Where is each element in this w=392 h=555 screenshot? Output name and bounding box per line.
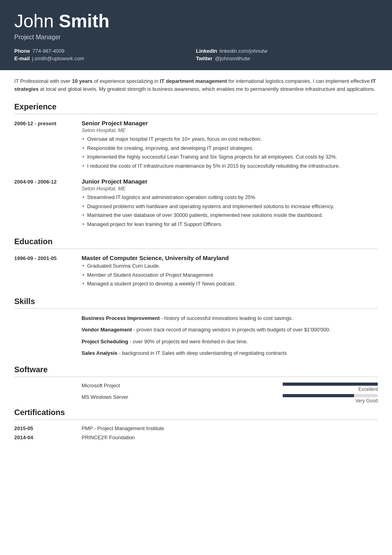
- skills-title: Skills: [14, 297, 378, 309]
- linkedin-value: linkedin.com/johnutw: [219, 48, 267, 54]
- list-item: Implemented the highly successful Lean T…: [82, 153, 378, 161]
- linkedin-label: LinkedIn: [196, 48, 217, 54]
- summary-section: IT Professional with over 10 years of ex…: [14, 77, 378, 94]
- software-level-1: Excellent: [283, 387, 378, 392]
- skill-desc-1: - history of successful innovations lead…: [160, 315, 293, 321]
- software-section: Software Microsoft Project Excellent MS …: [14, 365, 378, 400]
- exp1-date: 2006-12 - present: [14, 120, 82, 171]
- software-bar-bg-1: [283, 383, 378, 386]
- exp2-content: Junior Project Manager Seton Hospital, M…: [82, 178, 378, 229]
- software-bar-wrap-2: Very Good: [283, 394, 378, 404]
- contact-email: E-mail j.smith@uptowork.com: [14, 56, 196, 61]
- list-item: Maintained the user database of over 300…: [82, 211, 378, 219]
- software-name-1: Microsoft Project: [82, 383, 169, 388]
- list-item: Graduated Summa Cum Laude.: [82, 262, 378, 270]
- edu1-date: 1996-09 - 2001-05: [14, 255, 82, 289]
- last-name: Smith: [59, 11, 110, 31]
- resume-body: IT Professional with over 10 years of ex…: [0, 70, 392, 463]
- twitter-value: @johnsmithutw: [215, 56, 250, 61]
- software-item-2: MS Windows Server Very Good: [14, 394, 378, 400]
- software-level-2: Very Good: [283, 398, 378, 404]
- education-title: Education: [14, 237, 378, 249]
- edu1-bullets: Graduated Summa Cum Laude. Member of Stu…: [82, 262, 378, 288]
- skill-name-3: Project Scheduling: [82, 339, 128, 344]
- certifications-title: Certifications: [14, 408, 378, 420]
- list-item: Managed project for lean training for al…: [82, 220, 378, 228]
- contact-grid: Phone 774-987-4009 LinkedIn linkedin.com…: [14, 48, 378, 61]
- phone-label: Phone: [14, 48, 30, 54]
- contact-linkedin: LinkedIn linkedin.com/johnutw: [196, 48, 378, 54]
- skill-item-3: Project Scheduling - over 90% of project…: [14, 338, 378, 346]
- full-name: John Smith: [14, 11, 378, 31]
- email-label: E-mail: [14, 56, 30, 61]
- exp1-bullets: Oversaw all major hospital IT projects f…: [82, 135, 378, 170]
- education-entry-1: 1996-09 - 2001-05 Master of Computer Sci…: [14, 255, 378, 289]
- summary-text: IT Professional with over 10 years of ex…: [14, 78, 376, 92]
- first-name: John: [14, 11, 54, 31]
- skill-name-2: Vendor Management: [82, 327, 132, 333]
- skill-item-1: Business Process Improvement - history o…: [14, 314, 378, 322]
- list-item: Oversaw all major hospital IT projects f…: [82, 135, 378, 143]
- software-title: Software: [14, 365, 378, 377]
- cert-row-1: 2015-05 PMP - Project Management Institu…: [14, 425, 378, 431]
- skill-item-2: Vendor Management - proven track record …: [14, 326, 378, 334]
- exp1-job-title: Senior Project Manager: [82, 120, 378, 126]
- software-item-1: Microsoft Project Excellent: [14, 383, 378, 388]
- cert-name-1: PMP - Project Management Institute: [82, 425, 164, 431]
- resume-header: John Smith Project Manager Phone 774-987…: [0, 0, 392, 70]
- cert-name-2: PRINCE2® Foundation: [82, 434, 135, 440]
- cert-date-1: 2015-05: [14, 425, 82, 431]
- experience-section: Experience 2006-12 - present Senior Proj…: [14, 102, 378, 229]
- education-section: Education 1996-09 - 2001-05 Master of Co…: [14, 237, 378, 289]
- cert-row-2: 2014-04 PRINCE2® Foundation: [14, 434, 378, 440]
- exp2-bullets: Streamlined IT logistics and administrat…: [82, 193, 378, 228]
- experience-title: Experience: [14, 102, 378, 114]
- software-bar-wrap-1: Excellent: [283, 383, 378, 392]
- exp2-date: 2004-09 - 2006-12: [14, 178, 82, 229]
- list-item: Streamlined IT logistics and administrat…: [82, 193, 378, 201]
- phone-value: 774-987-4009: [32, 48, 65, 54]
- exp1-content: Senior Project Manager Seton Hospital, M…: [82, 120, 378, 171]
- skill-desc-4: - background in IT Sales with deep under…: [118, 350, 287, 356]
- skill-item-4: Sales Analysis - background in IT Sales …: [14, 349, 378, 357]
- job-title: Project Manager: [14, 34, 378, 41]
- software-name-2: MS Windows Server: [82, 394, 169, 400]
- list-item: I reduced the costs of IT infrastructure…: [82, 162, 378, 170]
- skills-section: Skills Business Process Improvement - hi…: [14, 297, 378, 357]
- cert-date-2: 2014-04: [14, 434, 82, 440]
- twitter-label: Twitter: [196, 56, 213, 61]
- contact-twitter: Twitter @johnsmithutw: [196, 56, 378, 61]
- edu1-degree: Master of Computer Science, University o…: [82, 255, 378, 261]
- email-value: j.smith@uptowork.com: [32, 56, 84, 61]
- list-item: Member of Student Association of Project…: [82, 271, 378, 279]
- exp2-job-title: Junior Project Manager: [82, 178, 378, 185]
- list-item: Responsible for creating, improving, and…: [82, 144, 378, 152]
- skill-desc-3: - over 90% of projects led were finished…: [128, 339, 248, 344]
- skill-desc-2: - proven track record of managing vendor…: [132, 327, 330, 333]
- exp1-company: Seton Hospital, ME: [82, 127, 378, 133]
- software-bar-fill-1: [283, 383, 378, 386]
- exp2-company: Seton Hospital, ME: [82, 186, 378, 191]
- list-item: Managed a student project to develop a w…: [82, 280, 378, 288]
- experience-entry-2: 2004-09 - 2006-12 Junior Project Manager…: [14, 178, 378, 229]
- software-bar-bg-2: [283, 394, 378, 397]
- list-item: Diagnosed problems with hardware and ope…: [82, 203, 378, 211]
- skill-name-1: Business Process Improvement: [82, 315, 160, 321]
- software-bar-fill-2: [283, 394, 354, 397]
- experience-entry-1: 2006-12 - present Senior Project Manager…: [14, 120, 378, 171]
- edu1-content: Master of Computer Science, University o…: [82, 255, 378, 289]
- contact-phone: Phone 774-987-4009: [14, 48, 196, 54]
- skill-name-4: Sales Analysis: [82, 350, 118, 356]
- certifications-section: Certifications 2015-05 PMP - Project Man…: [14, 408, 378, 440]
